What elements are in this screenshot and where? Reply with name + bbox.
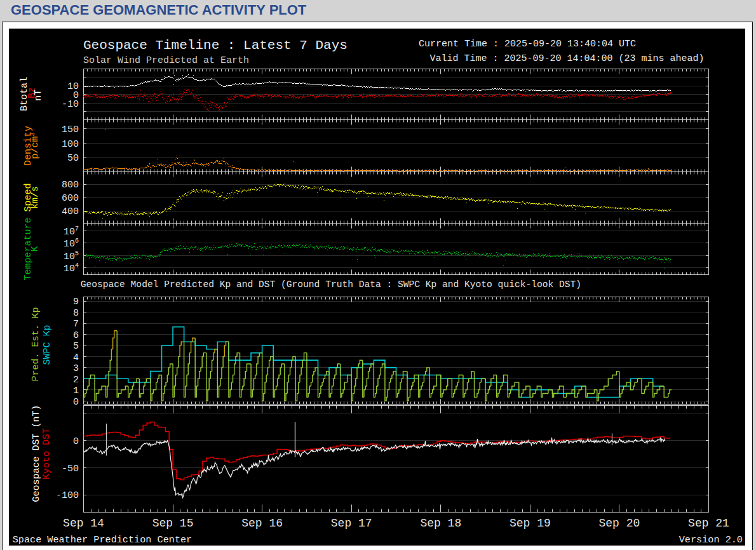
svg-text:-10: -10	[62, 99, 79, 110]
svg-text:2: 2	[73, 375, 79, 386]
svg-text:Version 2.0: Version 2.0	[679, 534, 743, 546]
svg-text:Kyoto DST: Kyoto DST	[41, 428, 52, 480]
svg-text:Sep 15: Sep 15	[152, 517, 194, 530]
svg-text:Geospace Timeline : Latest 7 D: Geospace Timeline : Latest 7 Days	[83, 38, 348, 53]
svg-text:100: 100	[62, 139, 79, 150]
svg-text:5: 5	[73, 341, 79, 352]
svg-text:800: 800	[62, 180, 79, 191]
svg-text:km/s: km/s	[30, 186, 41, 209]
svg-text:-100: -100	[56, 490, 79, 501]
svg-text:150: 150	[62, 124, 79, 135]
svg-text:Sep 18: Sep 18	[420, 517, 461, 530]
svg-text:600: 600	[62, 193, 79, 204]
svg-text:6: 6	[73, 330, 79, 341]
svg-text:Sep 19: Sep 19	[510, 517, 551, 530]
svg-text:Sep 20: Sep 20	[599, 517, 640, 530]
svg-text:1: 1	[73, 386, 79, 396]
svg-text:50: 50	[67, 153, 79, 164]
svg-text:Current Time : 2025-09-20 13:4: Current Time : 2025-09-20 13:40:04 UTC	[419, 39, 636, 50]
svg-text:nT: nT	[33, 90, 44, 101]
svg-text:Solar Wind Predicted at Earth: Solar Wind Predicted at Earth	[83, 55, 249, 66]
svg-text:Geospace Model Predicted Kp an: Geospace Model Predicted Kp and DST (Gro…	[81, 279, 581, 290]
svg-text:9: 9	[73, 297, 79, 307]
svg-text:Sep 14: Sep 14	[63, 517, 104, 530]
svg-text:K: K	[30, 246, 41, 252]
svg-text:0: 0	[73, 397, 79, 408]
svg-text:0: 0	[73, 436, 79, 447]
svg-text:SWPC Kp: SWPC Kp	[42, 325, 53, 365]
svg-text:7: 7	[73, 319, 79, 330]
svg-text:Geospace DST (nT): Geospace DST (nT)	[31, 405, 42, 502]
svg-text:Pred. Est. Kp: Pred. Est. Kp	[30, 307, 41, 381]
svg-text:Sep 16: Sep 16	[241, 517, 283, 530]
svg-text:Sep 17: Sep 17	[331, 517, 372, 530]
svg-text:p/cm3: p/cm3	[29, 132, 41, 159]
svg-text:4: 4	[73, 352, 79, 363]
svg-text:8: 8	[73, 308, 79, 319]
svg-text:Space Weather Prediction Cente: Space Weather Prediction Center	[13, 534, 192, 546]
svg-text:400: 400	[62, 206, 79, 217]
svg-text:Valid Time : 2025-09-20 14:04:: Valid Time : 2025-09-20 14:04:00 (23 min…	[430, 53, 705, 64]
svg-text:3: 3	[73, 363, 79, 374]
svg-text:Sep 21: Sep 21	[688, 517, 729, 530]
svg-text:-50: -50	[62, 464, 79, 474]
